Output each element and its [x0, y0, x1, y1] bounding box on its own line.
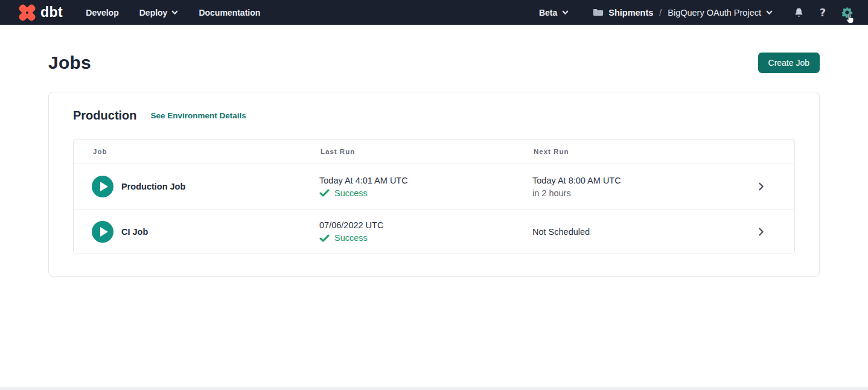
chevron-right-icon [757, 228, 765, 236]
mouse-cursor-hand [845, 13, 855, 24]
breadcrumb-project-label: BigQuery OAuth Project [668, 8, 761, 18]
open-job-chevron[interactable] [728, 182, 794, 191]
nav-item-documentation[interactable]: Documentation [199, 8, 260, 18]
status-label: Success [334, 188, 368, 198]
next-run-time: Not Scheduled [532, 227, 728, 237]
play-icon [100, 182, 108, 191]
chevron-down-icon [766, 9, 773, 16]
nav-item-develop-label: Develop [86, 8, 118, 18]
jobs-table-header: Job Last Run Next Run [74, 139, 794, 164]
page-header: Jobs Create Job [48, 53, 820, 73]
job-name[interactable]: CI Job [121, 227, 148, 237]
table-row-ci-job[interactable]: CI Job 07/06/2022 UTC Success Not Schedu… [74, 209, 794, 254]
column-header-job: Job [93, 148, 321, 155]
chevron-down-icon [562, 9, 569, 16]
primary-nav: Develop Deploy Documentation [86, 8, 260, 18]
nav-item-deploy[interactable]: Deploy [139, 8, 179, 18]
job-cell: Production Job [92, 176, 319, 197]
bell-icon [793, 7, 805, 19]
nav-item-documentation-label: Documentation [199, 8, 260, 18]
last-run-cell: 07/06/2022 UTC Success [319, 220, 532, 243]
nav-item-deploy-label: Deploy [139, 8, 168, 18]
see-environment-details-link[interactable]: See Environment Details [151, 111, 246, 120]
last-run-cell: Today At 4:01 AM UTC Success [319, 176, 532, 198]
beta-label: Beta [539, 8, 557, 18]
check-icon [319, 189, 330, 197]
chevron-down-icon [171, 9, 178, 16]
run-job-button[interactable] [92, 176, 113, 197]
project-breadcrumb: Shipments / BigQuery OAuth Project [593, 8, 773, 18]
jobs-table: Job Last Run Next Run Production Job Tod… [73, 139, 795, 254]
chevron-right-icon [757, 182, 765, 191]
next-run-cell: Today At 8:00 AM UTC in 2 hours [532, 176, 728, 198]
nav-item-develop[interactable]: Develop [86, 8, 118, 18]
main-content: Jobs Create Job Production See Environme… [0, 25, 868, 390]
create-job-button[interactable]: Create Job [758, 53, 820, 73]
dbt-logo-text: dbt [40, 4, 63, 21]
environment-name: Production [73, 109, 137, 123]
next-run-time: Today At 8:00 AM UTC [532, 176, 728, 185]
environment-card: Production See Environment Details Job L… [48, 92, 820, 277]
open-job-chevron[interactable] [728, 228, 794, 236]
last-run-status: Success [319, 233, 532, 243]
next-run-cell: Not Scheduled [532, 227, 728, 237]
breadcrumb-separator: / [658, 8, 663, 18]
app-window: dbt Develop Deploy Documentation Beta [0, 0, 868, 390]
notifications-button[interactable] [792, 6, 805, 19]
last-run-time: Today At 4:01 AM UTC [319, 176, 532, 185]
dbt-logo[interactable]: dbt [18, 4, 63, 22]
breadcrumb-account[interactable]: Shipments [608, 8, 653, 18]
breadcrumb-project-dropdown[interactable]: BigQuery OAuth Project [668, 8, 773, 18]
environment-header: Production See Environment Details [73, 109, 795, 123]
navbar-left: dbt Develop Deploy Documentation [18, 4, 260, 22]
status-label: Success [334, 233, 368, 243]
question-mark-icon: ? [820, 6, 826, 19]
table-row-production-job[interactable]: Production Job Today At 4:01 AM UTC Succ… [74, 164, 794, 209]
settings-button[interactable] [840, 6, 854, 19]
last-run-time: 07/06/2022 UTC [319, 220, 532, 230]
dbt-logo-icon [18, 4, 36, 22]
column-header-next-run: Next Run [534, 148, 728, 155]
job-cell: CI Job [92, 221, 319, 243]
column-header-last-run: Last Run [321, 148, 534, 155]
navbar-right: Beta Shipments / BigQuery OAuth Project [539, 6, 854, 19]
next-run-note: in 2 hours [532, 188, 728, 198]
run-job-button[interactable] [92, 221, 113, 243]
last-run-status: Success [319, 188, 532, 198]
page-title: Jobs [48, 53, 91, 73]
job-name[interactable]: Production Job [121, 182, 185, 191]
navbar-icon-group: ? [792, 6, 854, 19]
bottom-edge-strip [0, 387, 868, 390]
beta-dropdown[interactable]: Beta [539, 8, 569, 18]
folder-icon [593, 8, 604, 17]
check-icon [319, 234, 330, 242]
top-navbar: dbt Develop Deploy Documentation Beta [0, 0, 868, 25]
play-icon [100, 227, 108, 237]
help-button[interactable]: ? [816, 6, 829, 19]
